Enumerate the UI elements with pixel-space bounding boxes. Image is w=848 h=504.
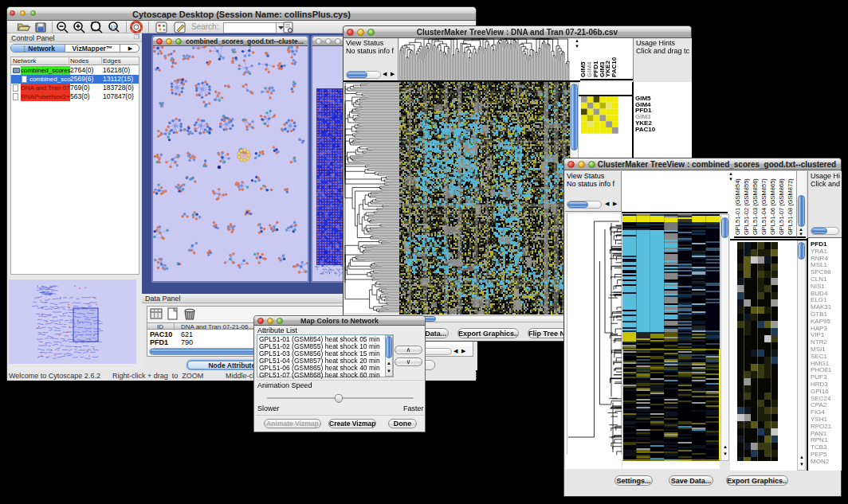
svg-text:1:1: 1:1 [111, 25, 116, 29]
svg-text:Search:: Search: [191, 22, 218, 31]
